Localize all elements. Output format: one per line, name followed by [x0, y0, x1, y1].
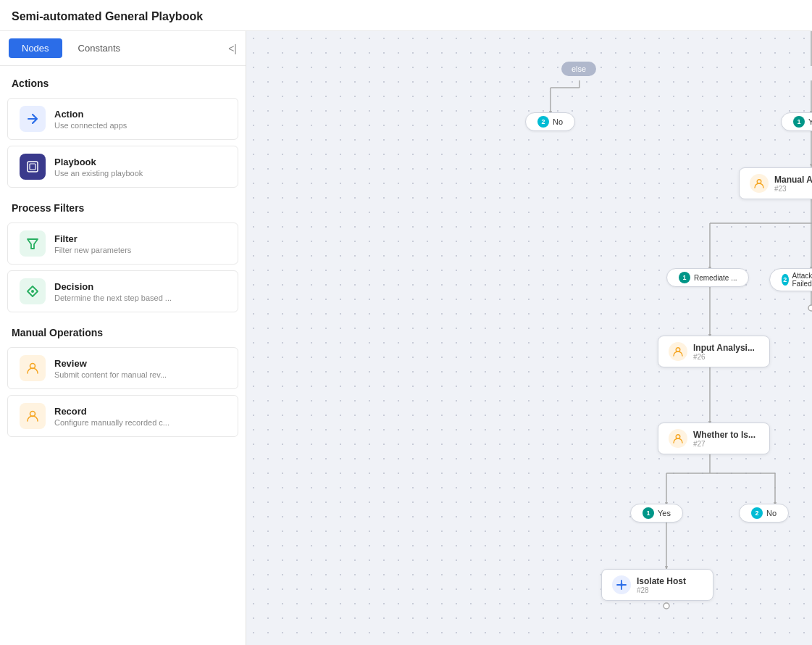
yes-pill2-label: Yes	[658, 509, 671, 517]
svg-rect-1	[30, 164, 35, 170]
svg-point-37	[620, 583, 623, 586]
isolate-host-icon	[612, 575, 631, 594]
yes-pill-top[interactable]: 1 Yes	[781, 112, 812, 131]
decision-icon	[20, 278, 46, 304]
record-text: Record Configure manually recorded c...	[54, 406, 169, 427]
sidebar: Nodes Constants <| Actions Action Use co…	[0, 31, 246, 645]
remediate-pill[interactable]: 1 Remediate ...	[666, 268, 749, 287]
no-pill-2[interactable]: 2 No	[739, 504, 789, 523]
manual-analy-icon	[750, 174, 769, 193]
section-title-process-filters: Process Filters	[0, 191, 246, 220]
whether-to-is-node[interactable]: Whether to Is... #27	[658, 423, 770, 454]
no-pill-top[interactable]: 2 No	[525, 112, 575, 131]
playbook-text: Playbook Use an existing playbook	[54, 157, 143, 178]
isolate-host-text: Isolate Host #28	[637, 576, 686, 594]
sidebar-item-review[interactable]: Review Submit content for manual rev...	[7, 347, 238, 389]
playbook-icon	[20, 154, 46, 180]
whether-text: Whether to Is... #27	[693, 430, 756, 448]
playbook-desc: Use an existing playbook	[54, 169, 143, 178]
tab-nodes[interactable]: Nodes	[9, 38, 62, 58]
svg-rect-0	[28, 162, 38, 172]
yes-pill2-badge: 1	[643, 507, 654, 519]
tab-constants[interactable]: Constants	[65, 38, 134, 58]
sidebar-item-filter[interactable]: Filter Filter new parameters	[7, 222, 238, 265]
playbook-title: Playbook	[54, 157, 143, 167]
action-icon	[20, 106, 46, 132]
record-icon	[20, 403, 46, 429]
review-text: Review Submit content for manual rev...	[54, 358, 167, 379]
manual-analy-text: Manual Analy... #23	[774, 175, 812, 193]
filter-title: Filter	[54, 233, 131, 244]
attack-failed-pill[interactable]: 2 Attack Failed	[769, 268, 812, 291]
svg-point-31	[808, 305, 812, 311]
remediate-label: Remediate ...	[694, 274, 737, 282]
main-layout: Nodes Constants <| Actions Action Use co…	[0, 31, 812, 645]
svg-point-4	[31, 290, 34, 293]
attack-failed-badge: 2	[782, 274, 789, 286]
filter-icon	[20, 230, 46, 257]
page-wrapper: Semi-automated General Playbook Nodes Co…	[0, 0, 812, 645]
filter-desc: Filter new parameters	[54, 246, 131, 254]
decision-title: Decision	[54, 281, 172, 292]
whether-icon	[669, 429, 687, 448]
section-title-manual-operations: Manual Operations	[0, 315, 246, 344]
no-pill2-badge: 2	[751, 507, 763, 519]
action-title: Action	[54, 109, 127, 120]
sidebar-item-action[interactable]: Action Use connected apps	[7, 98, 238, 140]
action-text: Action Use connected apps	[54, 109, 127, 130]
attack-failed-label: Attack Failed	[792, 272, 813, 288]
input-analysi-text: Input Analysi... #26	[693, 343, 755, 361]
no-pill-badge: 2	[537, 116, 549, 128]
collapse-button[interactable]: <|	[228, 43, 237, 54]
review-icon	[20, 355, 46, 381]
remediate-badge: 1	[679, 272, 690, 283]
decision-text: Decision Determine the next step based .…	[54, 281, 172, 302]
sidebar-item-playbook[interactable]: Playbook Use an existing playbook	[7, 146, 238, 188]
sidebar-item-decision[interactable]: Decision Determine the next step based .…	[7, 270, 238, 312]
review-desc: Submit content for manual rev...	[54, 370, 167, 379]
yes-pill-label: Yes	[808, 117, 812, 126]
input-analysi-icon	[669, 342, 687, 361]
no-pill2-label: No	[766, 509, 777, 517]
filter-text: Filter Filter new parameters	[54, 233, 131, 254]
sidebar-tabs: Nodes Constants <|	[0, 31, 246, 66]
input-analysi-node[interactable]: Input Analysi... #26	[658, 336, 770, 367]
record-desc: Configure manually recorded c...	[54, 418, 169, 427]
isolate-host-node[interactable]: Isolate Host #28	[601, 569, 713, 601]
no-pill-label: No	[553, 117, 563, 126]
yes-pill-2[interactable]: 1 Yes	[630, 504, 683, 523]
review-title: Review	[54, 358, 167, 369]
section-title-actions: Actions	[0, 66, 246, 95]
start-node[interactable]: else	[561, 62, 596, 76]
svg-marker-2	[28, 239, 38, 249]
record-title: Record	[54, 406, 169, 417]
manual-analy-node[interactable]: Manual Analy... #23	[739, 167, 812, 199]
sidebar-item-record[interactable]: Record Configure manually recorded c...	[7, 395, 238, 437]
decision-desc: Determine the next step based ...	[54, 294, 172, 302]
canvas-area[interactable]: else 2 No 1 Yes Manual A	[246, 31, 812, 645]
action-desc: Use connected apps	[54, 121, 127, 130]
svg-point-32	[664, 603, 669, 609]
yes-pill-badge: 1	[793, 116, 805, 128]
page-title: Semi-automated General Playbook	[0, 0, 812, 31]
